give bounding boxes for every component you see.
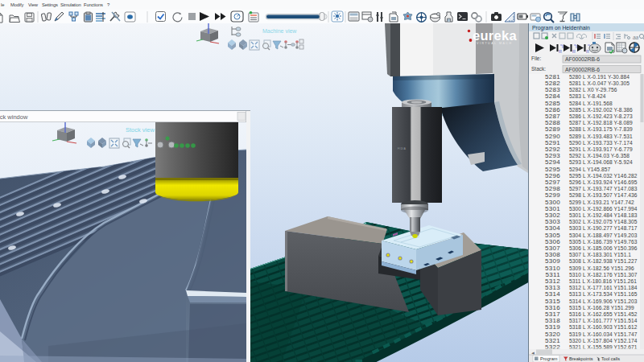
svg-text:5316 L X-162.655 Y151.452: 5316 L X-162.655 Y151.452 bbox=[569, 311, 638, 317]
svg-text:Stock view: Stock view bbox=[126, 126, 155, 134]
svg-text:5310 L X-182.176 Y151.307: 5310 L X-182.176 Y151.307 bbox=[569, 272, 638, 278]
svg-text:5298 L X-193.507 Y147.436: 5298 L X-193.507 Y147.436 bbox=[569, 192, 638, 198]
svg-text:5305 L X-186.739 Y149.763: 5305 L X-186.739 Y149.763 bbox=[569, 239, 638, 245]
svg-text:5308 L X-182.938 Y151.227: 5308 L X-182.938 Y151.227 bbox=[569, 258, 638, 264]
svg-text:Program on Heidenhain: Program on Heidenhain bbox=[532, 25, 590, 31]
svg-text:FIDIA: FIDIA bbox=[398, 147, 406, 150]
svg-text:5295 L X-194.032 Y146.282: 5295 L X-194.032 Y146.282 bbox=[569, 173, 638, 179]
svg-text:Modify: Modify bbox=[10, 2, 23, 7]
svg-text:5306 L X-185.006 Y150.396: 5306 L X-185.006 Y150.396 bbox=[569, 245, 638, 251]
svg-text:5288 L X-193.175 Y-7.839: 5288 L X-193.175 Y-7.839 bbox=[569, 126, 633, 132]
svg-text:5309 L X-182.56 Y151.296: 5309 L X-182.56 Y151.296 bbox=[569, 265, 634, 271]
svg-text:5294 L Y145.857: 5294 L Y145.857 bbox=[569, 167, 611, 172]
svg-text:5287 L X-192.818 Y-8.089: 5287 L X-192.818 Y-8.089 bbox=[569, 120, 633, 125]
svg-text:File:: File: bbox=[531, 56, 541, 61]
svg-text:5307 L X-183.301 Y151.1: 5307 L X-183.301 Y151.1 bbox=[569, 252, 631, 257]
svg-text:5312 L X-177.161 Y151.184: 5312 L X-177.161 Y151.184 bbox=[569, 285, 638, 290]
svg-text:5293 L X-194.068 Y-5.924: 5293 L X-194.068 Y-5.924 bbox=[569, 159, 633, 165]
svg-text:Program: Program bbox=[540, 356, 558, 361]
svg-text:5283 L Y-8.424: 5283 L Y-8.424 bbox=[569, 93, 606, 99]
svg-text:5320 L X-157.804 Y152.174: 5320 L X-157.804 Y152.174 bbox=[569, 338, 638, 343]
svg-text:Tool calls: Tool calls bbox=[601, 356, 620, 361]
svg-text:Stack:: Stack: bbox=[531, 66, 546, 72]
svg-text:aa: aa bbox=[633, 35, 639, 40]
svg-text:5281 L X-0.047 Y-30.305: 5281 L X-0.047 Y-30.305 bbox=[569, 80, 630, 86]
svg-text:VIRTUAL MACH: VIRTUAL MACH bbox=[477, 42, 513, 45]
svg-text:R: R bbox=[572, 49, 576, 54]
svg-text:5311 L X-180.816 Y151.261: 5311 L X-180.816 Y151.261 bbox=[569, 278, 637, 284]
svg-text:5280 L X-0.191 Y-30.884: 5280 L X-0.191 Y-30.884 bbox=[569, 74, 630, 80]
svg-text:Simulation: Simulation bbox=[60, 2, 81, 7]
svg-text:5286 L X-192.423 Y-8.273: 5286 L X-192.423 Y-8.273 bbox=[569, 113, 633, 119]
svg-text:5296 L X-193.924 Y146.695: 5296 L X-193.924 Y146.695 bbox=[569, 179, 638, 185]
svg-text:R: R bbox=[559, 49, 562, 54]
svg-text:5317 L X-161.777 Y151.514: 5317 L X-161.777 Y151.514 bbox=[569, 318, 638, 323]
svg-text:5313 L X-173.534 Y151.165: 5313 L X-173.534 Y151.165 bbox=[569, 291, 638, 297]
svg-text:5292 L X-194.03 Y-6.358: 5292 L X-194.03 Y-6.358 bbox=[569, 153, 630, 158]
svg-text:Stock window: Stock window bbox=[0, 113, 28, 121]
svg-text:le: le bbox=[1, 2, 4, 7]
svg-text:5284 L X-191.568: 5284 L X-191.568 bbox=[569, 101, 613, 106]
svg-text:5291 L X-193.917 Y-6.779: 5291 L X-193.917 Y-6.779 bbox=[569, 146, 633, 152]
svg-text:Breakpoints: Breakpoints bbox=[569, 356, 593, 361]
svg-text:5303 L X-190.277 Y148.717: 5303 L X-190.277 Y148.717 bbox=[569, 225, 638, 231]
svg-text:5304 L X-188.497 Y149.203: 5304 L X-188.497 Y149.203 bbox=[569, 232, 638, 238]
svg-text:5290 L X-193.733 Y-7.174: 5290 L X-193.733 Y-7.174 bbox=[569, 140, 633, 146]
svg-text:AF00002RB-6: AF00002RB-6 bbox=[565, 67, 600, 72]
svg-text:Machine view: Machine view bbox=[262, 28, 297, 34]
svg-text:5299 L X-193.21 Y147.742: 5299 L X-193.21 Y147.742 bbox=[569, 200, 634, 205]
svg-text:5301 L X-192.484 Y148.183: 5301 L X-192.484 Y148.183 bbox=[569, 212, 638, 218]
svg-text:5314 L X-169.906 Y151.203: 5314 L X-169.906 Y151.203 bbox=[569, 298, 638, 304]
svg-text:Settings: Settings bbox=[42, 2, 58, 7]
svg-text:View: View bbox=[28, 2, 39, 7]
svg-text:Functions: Functions bbox=[84, 2, 103, 7]
svg-text:5302 L X-192.075 Y148.305: 5302 L X-192.075 Y148.305 bbox=[569, 219, 638, 224]
svg-text:5282 L X0 Y-29.756: 5282 L X0 Y-29.756 bbox=[569, 87, 617, 93]
svg-text:5319 L X-160.034 Y151.747: 5319 L X-160.034 Y151.747 bbox=[569, 331, 638, 337]
svg-text:5297 L X-193.747 Y147.083: 5297 L X-193.747 Y147.083 bbox=[569, 186, 638, 191]
svg-text:AF00002RB-6: AF00002RB-6 bbox=[565, 56, 600, 62]
svg-text:eureka: eureka bbox=[473, 28, 518, 43]
svg-text:5315 L X-166.28 Y151.299: 5315 L X-166.28 Y151.299 bbox=[569, 305, 634, 311]
svg-text:R: R bbox=[586, 49, 589, 54]
svg-text:5300 L X-192.866 Y147.994: 5300 L X-192.866 Y147.994 bbox=[569, 206, 638, 212]
svg-text:5289 L X-193.483 Y-7.531: 5289 L X-193.483 Y-7.531 bbox=[569, 134, 633, 139]
svg-text:5285 L X-192.002 Y-8.386: 5285 L X-192.002 Y-8.386 bbox=[569, 107, 633, 113]
svg-text:5318 L X-160.903 Y151.612: 5318 L X-160.903 Y151.612 bbox=[569, 324, 638, 330]
